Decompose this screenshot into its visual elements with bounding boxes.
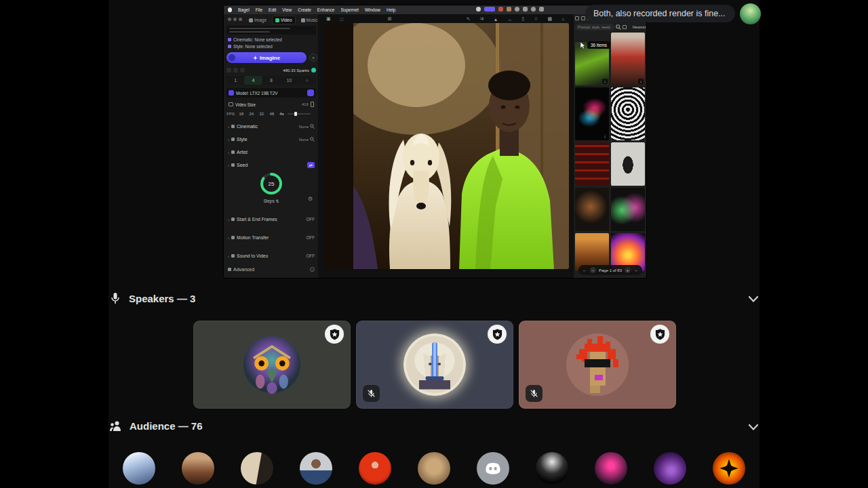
style-meta-line[interactable]: Style: None selected	[228, 44, 273, 49]
download-icon[interactable]: ↓	[602, 79, 608, 84]
audience-avatar[interactable]	[418, 452, 450, 485]
audience-avatar[interactable]	[300, 452, 332, 485]
status-purple-pill-icon[interactable]	[484, 7, 495, 12]
fps-option-48[interactable]: 48	[267, 110, 276, 117]
fps-option-24[interactable]: 24	[247, 110, 256, 117]
status-red-icon[interactable]	[498, 7, 503, 12]
history-icon[interactable]	[226, 68, 231, 73]
status-wifi-icon[interactable]	[531, 7, 536, 12]
apple-menu-icon[interactable]	[228, 7, 232, 12]
tab-video[interactable]: Video	[272, 16, 296, 24]
arrows-icon[interactable]: ⇉	[480, 16, 484, 22]
audience-avatar[interactable]	[654, 452, 686, 485]
menu-item-create[interactable]: Create	[298, 7, 311, 12]
filter-icon[interactable]	[623, 25, 627, 29]
fps-option-18[interactable]: 18	[237, 110, 245, 117]
model-selector[interactable]: Model: LTX2 19B T2V	[226, 88, 316, 98]
shuffle-seed-icon[interactable]: ⇄	[307, 162, 315, 168]
gallery-search-input[interactable]	[575, 24, 614, 30]
toggle-start-end-frames[interactable]: › Start & End Frames OFF	[228, 215, 315, 224]
status-battery-icon[interactable]	[523, 7, 528, 12]
gallery-thumbnail[interactable]	[611, 87, 645, 140]
batch-option-1[interactable]: 1	[226, 76, 244, 85]
status-cloud-icon[interactable]	[515, 7, 519, 12]
next-page-icon[interactable]: →	[633, 268, 638, 272]
speaker-card[interactable]	[356, 321, 513, 409]
menu-item-edit[interactable]: Edit	[269, 7, 276, 12]
menu-item-help[interactable]: Help	[387, 7, 395, 12]
menu-item-supernet[interactable]: Supernet	[340, 7, 358, 12]
toast-sender-avatar[interactable]	[740, 3, 761, 24]
camera-icon[interactable]: ▣	[326, 16, 331, 22]
fps-option-32[interactable]: 32	[257, 110, 266, 117]
audience-avatar[interactable]	[595, 452, 627, 485]
imagine-button[interactable]: Imagine	[226, 52, 307, 63]
gallery-thumbnail[interactable]	[611, 142, 645, 186]
close-window-icon[interactable]	[228, 18, 231, 21]
generated-video-preview[interactable]	[325, 23, 569, 269]
screenshare-window[interactable]: Bagel File Edit View Create Enhance Supe…	[224, 5, 646, 278]
batch-option-10[interactable]: 10	[280, 76, 298, 85]
gear-icon[interactable]: ⚙	[308, 196, 313, 202]
tab-music[interactable]: Music	[298, 16, 321, 24]
steps-control[interactable]: 25 Steps ⇅	[258, 170, 285, 203]
zoom-window-icon[interactable]	[239, 18, 242, 21]
menu-item-file[interactable]: File	[256, 7, 262, 12]
audience-avatar-emblem[interactable]	[713, 452, 745, 485]
batch-option-4[interactable]: 4	[244, 76, 262, 85]
duration-slider[interactable]	[288, 113, 311, 115]
audience-header[interactable]: Audience — 76	[109, 420, 203, 432]
pose-icon[interactable]: ▲	[493, 17, 498, 22]
gallery-thumbnail[interactable]: ↓	[575, 87, 609, 140]
frames-counter-icon[interactable]: ⊞	[388, 16, 392, 22]
cursor-tool-icon[interactable]: ↖	[467, 16, 471, 22]
gallery-thumbnail[interactable]	[575, 188, 609, 231]
speaker-card[interactable]	[519, 321, 676, 409]
chat-message-toast[interactable]: Both, also recorded render is fine...	[585, 5, 735, 22]
forward-icon[interactable]	[581, 16, 585, 20]
back-icon[interactable]	[575, 16, 579, 20]
prompt-textarea[interactable]	[226, 26, 316, 35]
audience-avatar-discord-default[interactable]	[477, 452, 509, 485]
section-cinematic[interactable]: › Cinematic None	[228, 122, 315, 131]
menu-item-view[interactable]: View	[282, 7, 292, 12]
audience-avatar[interactable]	[241, 452, 273, 485]
add-button[interactable]: +	[309, 54, 317, 62]
favorite-icon[interactable]	[233, 68, 238, 73]
advanced-row[interactable]: Advanced i	[228, 267, 315, 272]
menu-item-window[interactable]: Window	[365, 7, 380, 12]
like-icon[interactable]: ○	[561, 17, 564, 22]
snapshot-icon[interactable]: ▩	[548, 16, 553, 22]
gallery-thumbnail[interactable]	[611, 188, 645, 231]
tab-image[interactable]: Image	[246, 16, 269, 24]
toggle-motion-transfer[interactable]: › Motion Transfer OFF	[228, 233, 315, 242]
model-settings-button[interactable]	[307, 89, 314, 96]
audience-avatar[interactable]	[182, 452, 214, 485]
audience-avatar[interactable]	[359, 452, 391, 485]
toggle-sound-to-video[interactable]: › Sound to Video OFF	[228, 251, 315, 260]
star-icon[interactable]: ☆	[534, 16, 538, 22]
slider-handle[interactable]	[294, 112, 297, 116]
menu-item-app[interactable]: Bagel	[238, 7, 250, 12]
zoom-in-icon[interactable]: +	[625, 267, 631, 273]
audience-avatar[interactable]	[536, 452, 568, 485]
video-size-row[interactable]: Video Size 416	[226, 100, 316, 108]
minimize-window-icon[interactable]	[233, 18, 237, 21]
menu-item-enhance[interactable]: Enhance	[317, 7, 335, 12]
window-traffic-lights[interactable]	[228, 17, 244, 22]
section-artist[interactable]: › Artist	[228, 148, 315, 157]
section-seed[interactable]: › Seed ⇄	[228, 161, 315, 169]
status-dot-icon[interactable]	[476, 7, 481, 12]
section-style[interactable]: › Style None	[228, 135, 315, 144]
audience-avatar[interactable]	[123, 452, 155, 485]
search-icon[interactable]	[616, 24, 621, 30]
gallery-thumbnail[interactable]	[575, 142, 609, 186]
prev-page-icon[interactable]: ←	[583, 268, 587, 272]
info-icon[interactable]: i	[310, 267, 315, 272]
resize-icon[interactable]: ↔	[507, 17, 512, 22]
search-icon[interactable]	[310, 137, 315, 142]
search-icon[interactable]	[310, 124, 315, 129]
cinematic-meta-line[interactable]: Cinematic: None selected	[228, 37, 282, 42]
newest-sort-label[interactable]: Newest	[633, 25, 646, 29]
layers-icon[interactable]	[240, 68, 245, 73]
